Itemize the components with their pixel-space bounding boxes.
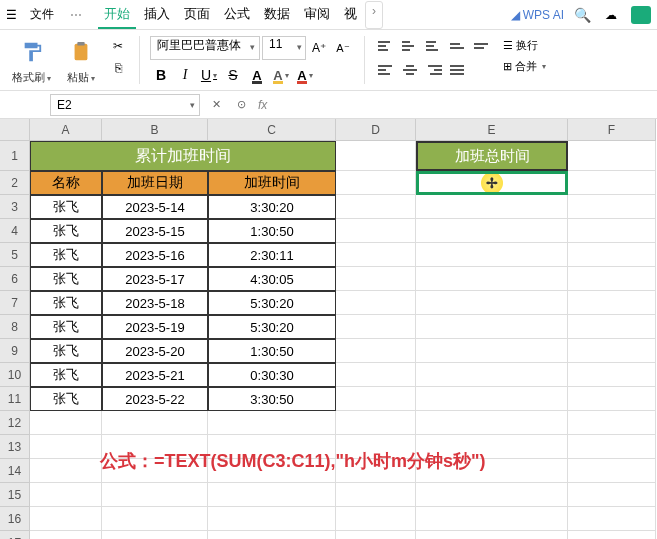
format-painter-label[interactable]: 格式刷 — [12, 70, 51, 85]
cell[interactable] — [568, 483, 656, 507]
paste-icon[interactable] — [65, 36, 97, 68]
cell[interactable] — [568, 141, 656, 171]
cell[interactable] — [568, 411, 656, 435]
cell[interactable] — [416, 363, 568, 387]
cell[interactable] — [336, 171, 416, 195]
tab-insert[interactable]: 插入 — [138, 1, 176, 29]
cell[interactable] — [416, 195, 568, 219]
search-icon[interactable]: 🔍 — [574, 7, 591, 23]
row-header[interactable]: 7 — [0, 291, 30, 315]
cell[interactable] — [568, 291, 656, 315]
cell[interactable] — [336, 483, 416, 507]
cell[interactable] — [336, 219, 416, 243]
fx-icon[interactable]: ⊙ — [229, 98, 254, 111]
file-menu[interactable]: 文件 — [24, 6, 60, 23]
tab-review[interactable]: 审阅 — [298, 1, 336, 29]
cell[interactable] — [416, 507, 568, 531]
cell[interactable] — [208, 411, 336, 435]
increase-font-icon[interactable]: A⁺ — [308, 37, 330, 59]
row-header[interactable]: 5 — [0, 243, 30, 267]
cell[interactable] — [568, 267, 656, 291]
tab-view[interactable]: 视 — [338, 1, 363, 29]
cell[interactable] — [568, 339, 656, 363]
table-cell-date[interactable]: 2023-5-19 — [102, 315, 208, 339]
cell[interactable] — [336, 339, 416, 363]
cell[interactable] — [416, 531, 568, 539]
cancel-formula-icon[interactable]: ✕ — [204, 98, 229, 111]
table-cell-date[interactable]: 2023-5-21 — [102, 363, 208, 387]
table-header[interactable]: 加班日期 — [102, 171, 208, 195]
format-painter-icon[interactable] — [16, 36, 48, 68]
table-cell-date[interactable]: 2023-5-14 — [102, 195, 208, 219]
table-cell-name[interactable]: 张飞 — [30, 315, 102, 339]
table-cell-date[interactable]: 2023-5-20 — [102, 339, 208, 363]
row-header[interactable]: 16 — [0, 507, 30, 531]
strikethrough-button[interactable]: S — [222, 64, 244, 86]
cell[interactable] — [416, 339, 568, 363]
cell[interactable] — [568, 363, 656, 387]
align-right-icon[interactable] — [423, 60, 445, 80]
col-header-A[interactable]: A — [30, 119, 102, 141]
cell[interactable] — [336, 531, 416, 539]
table-header[interactable]: 加班时间 — [208, 171, 336, 195]
table-title[interactable]: 累计加班时间 — [30, 141, 336, 171]
row-header[interactable]: 1 — [0, 141, 30, 171]
app-icon[interactable] — [631, 6, 651, 24]
decrease-indent-icon[interactable] — [447, 36, 469, 56]
cell[interactable] — [568, 459, 656, 483]
row-header[interactable]: 14 — [0, 459, 30, 483]
table-cell-time[interactable]: 3:30:20 — [208, 195, 336, 219]
row-header[interactable]: 9 — [0, 339, 30, 363]
cell[interactable] — [336, 363, 416, 387]
table-cell-name[interactable]: 张飞 — [30, 195, 102, 219]
merge-cells-button[interactable]: ⊞ 合并 — [499, 57, 550, 76]
cell[interactable] — [336, 141, 416, 171]
align-middle-icon[interactable] — [399, 36, 421, 56]
table-cell-name[interactable]: 张飞 — [30, 363, 102, 387]
table-cell-name[interactable]: 张飞 — [30, 243, 102, 267]
row-header[interactable]: 2 — [0, 171, 30, 195]
table-cell-time[interactable]: 4:30:05 — [208, 267, 336, 291]
tab-formula[interactable]: 公式 — [218, 1, 256, 29]
tabs-next-icon[interactable]: › — [365, 1, 383, 29]
cell[interactable] — [336, 243, 416, 267]
table-cell-name[interactable]: 张飞 — [30, 219, 102, 243]
decrease-font-icon[interactable]: A⁻ — [332, 37, 354, 59]
col-header-D[interactable]: D — [336, 119, 416, 141]
font-size-select[interactable]: 11 — [262, 36, 306, 60]
cell[interactable] — [416, 219, 568, 243]
cell[interactable] — [30, 459, 102, 483]
tab-page[interactable]: 页面 — [178, 1, 216, 29]
cloud-icon[interactable]: ☁ — [601, 6, 621, 24]
row-header[interactable]: 10 — [0, 363, 30, 387]
row-header[interactable]: 6 — [0, 267, 30, 291]
cell[interactable] — [208, 507, 336, 531]
wps-ai-button[interactable]: ◢WPS AI — [511, 8, 564, 22]
align-top-icon[interactable] — [375, 36, 397, 56]
table-cell-date[interactable]: 2023-5-17 — [102, 267, 208, 291]
cell[interactable] — [416, 291, 568, 315]
table-cell-time[interactable]: 1:30:50 — [208, 219, 336, 243]
cell[interactable] — [208, 531, 336, 539]
col-header-F[interactable]: F — [568, 119, 656, 141]
cell[interactable] — [568, 507, 656, 531]
cell[interactable] — [568, 243, 656, 267]
bold-button[interactable]: B — [150, 64, 172, 86]
table-cell-date[interactable]: 2023-5-15 — [102, 219, 208, 243]
cell[interactable] — [336, 411, 416, 435]
selected-cell-E2[interactable]: ✢ — [416, 171, 568, 195]
cell[interactable] — [102, 411, 208, 435]
cell[interactable] — [416, 483, 568, 507]
table-cell-time[interactable]: 5:30:20 — [208, 291, 336, 315]
cell[interactable] — [336, 291, 416, 315]
table-cell-name[interactable]: 张飞 — [30, 387, 102, 411]
table-cell-date[interactable]: 2023-5-18 — [102, 291, 208, 315]
cell[interactable] — [30, 483, 102, 507]
table-cell-name[interactable]: 张飞 — [30, 339, 102, 363]
cell[interactable] — [30, 531, 102, 539]
cell[interactable] — [416, 315, 568, 339]
cell[interactable] — [416, 411, 568, 435]
table-cell-date[interactable]: 2023-5-16 — [102, 243, 208, 267]
underline-button[interactable]: U — [198, 64, 220, 86]
row-header[interactable]: 13 — [0, 435, 30, 459]
